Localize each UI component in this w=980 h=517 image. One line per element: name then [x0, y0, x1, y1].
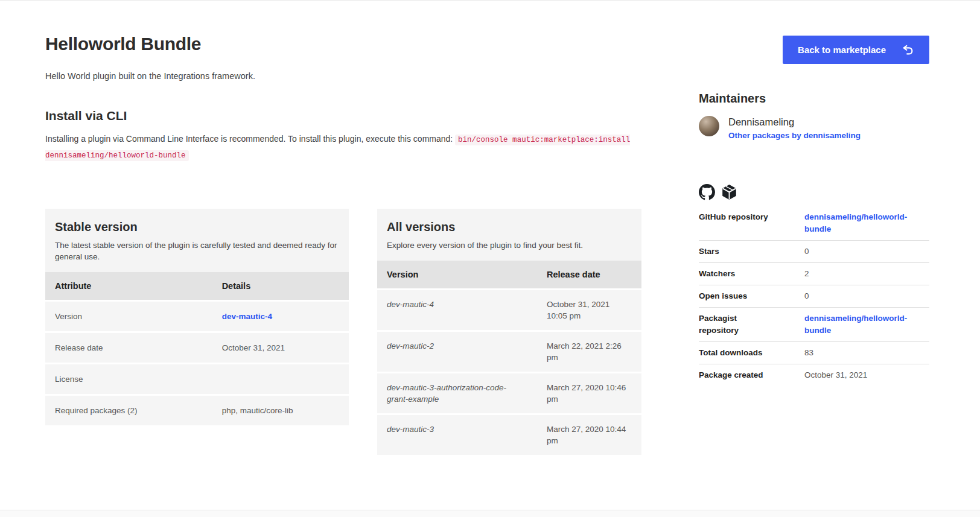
maintainers-heading: Maintainers [699, 92, 929, 106]
version-cell: dev-mautic-3 [377, 415, 537, 455]
maintainer-name: Dennisameling [728, 116, 861, 128]
details-cell: php, mautic/core-lib [212, 396, 349, 425]
repository-details-table: GitHub repository dennisameling/hellowor… [699, 206, 929, 386]
version-cell: dev-mautic-2 [377, 332, 537, 372]
column-header-release-date: Release date [537, 261, 641, 288]
table-header-row: Attribute Details [45, 272, 349, 300]
detail-value: dennisameling/helloworld-bundle [804, 206, 929, 241]
table-row: Version dev-mautic-4 [45, 302, 349, 331]
all-versions-card: All versions Explore every version of th… [377, 209, 641, 457]
detail-value: dennisameling/helloworld-bundle [804, 308, 929, 342]
attribute-cell: License [45, 364, 212, 394]
table-row: Stars 0 [699, 241, 929, 263]
attribute-cell: Required packages (2) [45, 396, 212, 425]
release-date-cell: March 27, 2020 10:46 pm [537, 373, 641, 413]
version-cell: dev-mautic-4 [377, 290, 537, 330]
packagist-repository-link[interactable]: dennisameling/helloworld-bundle [804, 314, 907, 335]
table-row: Open issues 0 [699, 285, 929, 308]
repository-icons [699, 184, 929, 200]
install-cli-heading: Install via CLI [45, 109, 643, 123]
other-packages-link[interactable]: Other packages by dennisameling [728, 131, 861, 140]
attribute-cell: Version [45, 302, 212, 331]
version-cell: dev-mautic-3-authorization-code-grant-ex… [377, 373, 537, 413]
detail-value: 0 [804, 241, 929, 263]
maintainer-avatar [699, 116, 719, 136]
detail-value: 2 [804, 263, 929, 285]
details-cell [212, 364, 349, 394]
column-header-version: Version [377, 261, 537, 288]
details-cell: dev-mautic-4 [212, 302, 349, 331]
main-layout: Install via CLI Installing a plugin via … [45, 92, 929, 457]
detail-label: Open issues [699, 285, 804, 308]
table-row: dev-mautic-3-authorization-code-grant-ex… [377, 373, 641, 413]
stable-version-card: Stable version The latest stable version… [45, 209, 349, 427]
sidebar: Maintainers Dennisameling Other packages… [699, 92, 929, 457]
table-row: GitHub repository dennisameling/hellowor… [699, 206, 929, 241]
stable-version-description: The latest stable version of the plugin … [55, 239, 339, 262]
main-content: Install via CLI Installing a plugin via … [45, 92, 643, 457]
install-cli-instruction: Installing a plugin via Command Line Int… [45, 134, 453, 144]
detail-value: October 31, 2021 [804, 364, 929, 387]
table-row: dev-mautic-2 March 22, 2021 2:26 pm [377, 332, 641, 372]
stable-version-card-header: Stable version The latest stable version… [45, 209, 349, 272]
stable-version-heading: Stable version [55, 220, 339, 234]
page-title: Helloworld Bundle [45, 34, 255, 54]
release-date-cell: March 22, 2021 2:26 pm [537, 332, 641, 372]
install-cli-section: Install via CLI Installing a plugin via … [45, 109, 643, 163]
title-block: Helloworld Bundle Hello World plugin bui… [45, 34, 255, 81]
all-versions-table: Version Release date dev-mautic-4 Octobe… [377, 259, 641, 457]
table-row: Total downloads 83 [699, 342, 929, 364]
page-header: Helloworld Bundle Hello World plugin bui… [45, 1, 929, 81]
detail-label: GitHub repository [699, 206, 804, 241]
undo-arrow-icon [902, 43, 914, 56]
table-row: Release date October 31, 2021 [45, 333, 349, 363]
install-cli-text: Installing a plugin via Command Line Int… [45, 132, 643, 163]
column-header-details: Details [212, 272, 349, 300]
detail-value: 83 [804, 342, 929, 364]
stable-version-table: Attribute Details Version dev-mautic-4 R… [45, 270, 349, 427]
detail-value: 0 [804, 285, 929, 308]
details-cell: October 31, 2021 [212, 333, 349, 363]
back-to-marketplace-button[interactable]: Back to marketplace [783, 36, 929, 64]
table-row: Packagist repository dennisameling/hello… [699, 308, 929, 342]
all-versions-card-header: All versions Explore every version of th… [377, 209, 641, 261]
table-row: License [45, 364, 349, 394]
detail-label: Package created [699, 364, 804, 387]
maintainer-item: Dennisameling Other packages by dennisam… [699, 116, 929, 141]
table-row: dev-mautic-4 October 31, 2021 10:05 pm [377, 290, 641, 330]
release-date-cell: March 27, 2020 10:44 pm [537, 415, 641, 455]
column-header-attribute: Attribute [45, 272, 212, 300]
table-row: Package created October 31, 2021 [699, 364, 929, 387]
package-icon [721, 184, 737, 200]
version-cards: Stable version The latest stable version… [45, 209, 643, 457]
marketplace-plugin-detail-page: Helloworld Bundle Hello World plugin bui… [0, 1, 980, 457]
table-row: dev-mautic-3 March 27, 2020 10:44 pm [377, 415, 641, 455]
attribute-cell: Release date [45, 333, 212, 363]
maintainer-info: Dennisameling Other packages by dennisam… [728, 116, 861, 141]
back-to-marketplace-label: Back to marketplace [798, 45, 886, 55]
github-icon [699, 184, 715, 200]
detail-label: Stars [699, 241, 804, 263]
table-header-row: Version Release date [377, 261, 641, 288]
release-date-cell: October 31, 2021 10:05 pm [537, 290, 641, 330]
plugin-description: Hello World plugin built on the Integrat… [45, 71, 255, 81]
footer-strip [0, 510, 980, 517]
detail-label: Watchers [699, 263, 804, 285]
all-versions-description: Explore every version of the plugin to f… [387, 239, 632, 251]
detail-label: Total downloads [699, 342, 804, 364]
all-versions-heading: All versions [387, 220, 632, 234]
table-row: Watchers 2 [699, 263, 929, 285]
table-row: Required packages (2) php, mautic/core-l… [45, 396, 349, 425]
detail-label: Packagist repository [699, 308, 804, 342]
github-repository-link[interactable]: dennisameling/helloworld-bundle [804, 212, 907, 233]
stable-version-link[interactable]: dev-mautic-4 [222, 312, 272, 321]
